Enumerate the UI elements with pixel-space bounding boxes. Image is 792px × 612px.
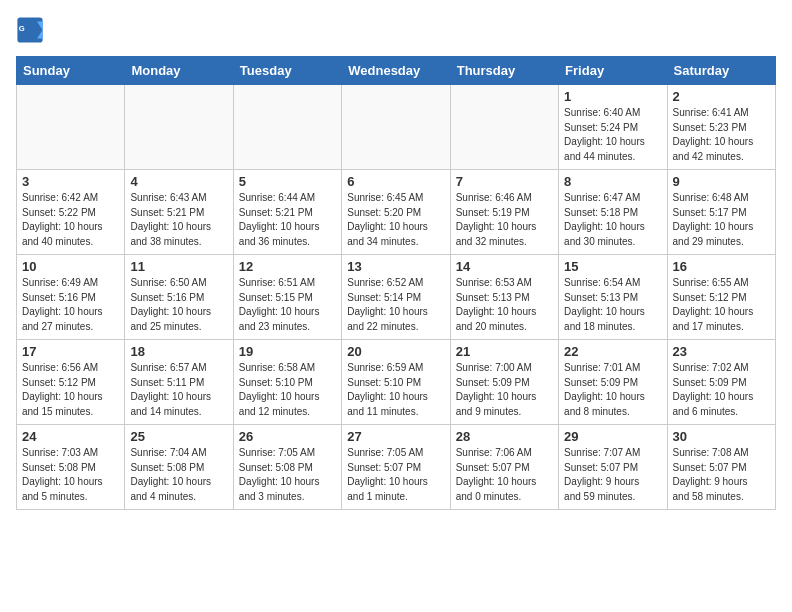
day-number: 30 [673, 429, 770, 444]
logo: G [16, 16, 48, 44]
day-info: Sunrise: 6:58 AM Sunset: 5:10 PM Dayligh… [239, 361, 336, 419]
calendar-cell: 4Sunrise: 6:43 AM Sunset: 5:21 PM Daylig… [125, 170, 233, 255]
calendar-cell [125, 85, 233, 170]
calendar-cell: 12Sunrise: 6:51 AM Sunset: 5:15 PM Dayli… [233, 255, 341, 340]
calendar-cell: 8Sunrise: 6:47 AM Sunset: 5:18 PM Daylig… [559, 170, 667, 255]
calendar-cell: 15Sunrise: 6:54 AM Sunset: 5:13 PM Dayli… [559, 255, 667, 340]
calendar-cell: 13Sunrise: 6:52 AM Sunset: 5:14 PM Dayli… [342, 255, 450, 340]
calendar-cell: 2Sunrise: 6:41 AM Sunset: 5:23 PM Daylig… [667, 85, 775, 170]
day-number: 10 [22, 259, 119, 274]
day-info: Sunrise: 6:53 AM Sunset: 5:13 PM Dayligh… [456, 276, 553, 334]
calendar-cell: 9Sunrise: 6:48 AM Sunset: 5:17 PM Daylig… [667, 170, 775, 255]
calendar-cell: 26Sunrise: 7:05 AM Sunset: 5:08 PM Dayli… [233, 425, 341, 510]
day-number: 9 [673, 174, 770, 189]
day-info: Sunrise: 6:47 AM Sunset: 5:18 PM Dayligh… [564, 191, 661, 249]
day-info: Sunrise: 7:07 AM Sunset: 5:07 PM Dayligh… [564, 446, 661, 504]
day-number: 7 [456, 174, 553, 189]
calendar-cell: 7Sunrise: 6:46 AM Sunset: 5:19 PM Daylig… [450, 170, 558, 255]
day-info: Sunrise: 6:44 AM Sunset: 5:21 PM Dayligh… [239, 191, 336, 249]
header-row: SundayMondayTuesdayWednesdayThursdayFrid… [17, 57, 776, 85]
day-info: Sunrise: 7:03 AM Sunset: 5:08 PM Dayligh… [22, 446, 119, 504]
day-info: Sunrise: 6:41 AM Sunset: 5:23 PM Dayligh… [673, 106, 770, 164]
day-number: 15 [564, 259, 661, 274]
day-info: Sunrise: 6:46 AM Sunset: 5:19 PM Dayligh… [456, 191, 553, 249]
calendar-cell: 16Sunrise: 6:55 AM Sunset: 5:12 PM Dayli… [667, 255, 775, 340]
calendar-cell [342, 85, 450, 170]
day-number: 29 [564, 429, 661, 444]
calendar-cell: 14Sunrise: 6:53 AM Sunset: 5:13 PM Dayli… [450, 255, 558, 340]
day-header-monday: Monday [125, 57, 233, 85]
day-info: Sunrise: 7:06 AM Sunset: 5:07 PM Dayligh… [456, 446, 553, 504]
calendar-cell: 18Sunrise: 6:57 AM Sunset: 5:11 PM Dayli… [125, 340, 233, 425]
day-header-friday: Friday [559, 57, 667, 85]
day-info: Sunrise: 6:43 AM Sunset: 5:21 PM Dayligh… [130, 191, 227, 249]
day-number: 2 [673, 89, 770, 104]
day-number: 17 [22, 344, 119, 359]
day-info: Sunrise: 6:49 AM Sunset: 5:16 PM Dayligh… [22, 276, 119, 334]
day-number: 4 [130, 174, 227, 189]
day-number: 5 [239, 174, 336, 189]
week-row-5: 24Sunrise: 7:03 AM Sunset: 5:08 PM Dayli… [17, 425, 776, 510]
day-info: Sunrise: 6:45 AM Sunset: 5:20 PM Dayligh… [347, 191, 444, 249]
calendar-cell: 25Sunrise: 7:04 AM Sunset: 5:08 PM Dayli… [125, 425, 233, 510]
day-number: 8 [564, 174, 661, 189]
day-number: 3 [22, 174, 119, 189]
day-number: 21 [456, 344, 553, 359]
day-number: 1 [564, 89, 661, 104]
day-number: 12 [239, 259, 336, 274]
day-info: Sunrise: 6:57 AM Sunset: 5:11 PM Dayligh… [130, 361, 227, 419]
day-info: Sunrise: 6:50 AM Sunset: 5:16 PM Dayligh… [130, 276, 227, 334]
day-info: Sunrise: 6:42 AM Sunset: 5:22 PM Dayligh… [22, 191, 119, 249]
day-number: 16 [673, 259, 770, 274]
calendar-cell: 17Sunrise: 6:56 AM Sunset: 5:12 PM Dayli… [17, 340, 125, 425]
calendar-cell: 6Sunrise: 6:45 AM Sunset: 5:20 PM Daylig… [342, 170, 450, 255]
calendar-header: SundayMondayTuesdayWednesdayThursdayFrid… [17, 57, 776, 85]
calendar-cell [17, 85, 125, 170]
svg-text:G: G [19, 24, 25, 33]
day-number: 13 [347, 259, 444, 274]
calendar-cell: 21Sunrise: 7:00 AM Sunset: 5:09 PM Dayli… [450, 340, 558, 425]
calendar-cell: 20Sunrise: 6:59 AM Sunset: 5:10 PM Dayli… [342, 340, 450, 425]
calendar-cell: 24Sunrise: 7:03 AM Sunset: 5:08 PM Dayli… [17, 425, 125, 510]
day-info: Sunrise: 6:51 AM Sunset: 5:15 PM Dayligh… [239, 276, 336, 334]
week-row-3: 10Sunrise: 6:49 AM Sunset: 5:16 PM Dayli… [17, 255, 776, 340]
calendar-cell: 28Sunrise: 7:06 AM Sunset: 5:07 PM Dayli… [450, 425, 558, 510]
calendar-cell: 30Sunrise: 7:08 AM Sunset: 5:07 PM Dayli… [667, 425, 775, 510]
calendar-cell: 1Sunrise: 6:40 AM Sunset: 5:24 PM Daylig… [559, 85, 667, 170]
day-info: Sunrise: 7:08 AM Sunset: 5:07 PM Dayligh… [673, 446, 770, 504]
calendar-cell: 23Sunrise: 7:02 AM Sunset: 5:09 PM Dayli… [667, 340, 775, 425]
day-header-saturday: Saturday [667, 57, 775, 85]
calendar-body: 1Sunrise: 6:40 AM Sunset: 5:24 PM Daylig… [17, 85, 776, 510]
day-info: Sunrise: 7:04 AM Sunset: 5:08 PM Dayligh… [130, 446, 227, 504]
day-info: Sunrise: 7:05 AM Sunset: 5:07 PM Dayligh… [347, 446, 444, 504]
day-number: 27 [347, 429, 444, 444]
day-info: Sunrise: 6:52 AM Sunset: 5:14 PM Dayligh… [347, 276, 444, 334]
day-number: 25 [130, 429, 227, 444]
day-info: Sunrise: 7:00 AM Sunset: 5:09 PM Dayligh… [456, 361, 553, 419]
day-info: Sunrise: 6:54 AM Sunset: 5:13 PM Dayligh… [564, 276, 661, 334]
day-info: Sunrise: 6:48 AM Sunset: 5:17 PM Dayligh… [673, 191, 770, 249]
day-info: Sunrise: 7:02 AM Sunset: 5:09 PM Dayligh… [673, 361, 770, 419]
day-number: 19 [239, 344, 336, 359]
day-info: Sunrise: 6:55 AM Sunset: 5:12 PM Dayligh… [673, 276, 770, 334]
calendar-table: SundayMondayTuesdayWednesdayThursdayFrid… [16, 56, 776, 510]
day-number: 6 [347, 174, 444, 189]
week-row-1: 1Sunrise: 6:40 AM Sunset: 5:24 PM Daylig… [17, 85, 776, 170]
day-info: Sunrise: 7:01 AM Sunset: 5:09 PM Dayligh… [564, 361, 661, 419]
day-header-tuesday: Tuesday [233, 57, 341, 85]
calendar-cell [233, 85, 341, 170]
day-header-sunday: Sunday [17, 57, 125, 85]
day-header-wednesday: Wednesday [342, 57, 450, 85]
day-info: Sunrise: 6:56 AM Sunset: 5:12 PM Dayligh… [22, 361, 119, 419]
calendar-cell: 19Sunrise: 6:58 AM Sunset: 5:10 PM Dayli… [233, 340, 341, 425]
calendar-cell: 5Sunrise: 6:44 AM Sunset: 5:21 PM Daylig… [233, 170, 341, 255]
calendar-cell: 3Sunrise: 6:42 AM Sunset: 5:22 PM Daylig… [17, 170, 125, 255]
header: G [16, 16, 776, 44]
calendar-cell: 11Sunrise: 6:50 AM Sunset: 5:16 PM Dayli… [125, 255, 233, 340]
day-number: 26 [239, 429, 336, 444]
day-info: Sunrise: 7:05 AM Sunset: 5:08 PM Dayligh… [239, 446, 336, 504]
day-number: 22 [564, 344, 661, 359]
day-number: 20 [347, 344, 444, 359]
day-number: 23 [673, 344, 770, 359]
day-number: 18 [130, 344, 227, 359]
